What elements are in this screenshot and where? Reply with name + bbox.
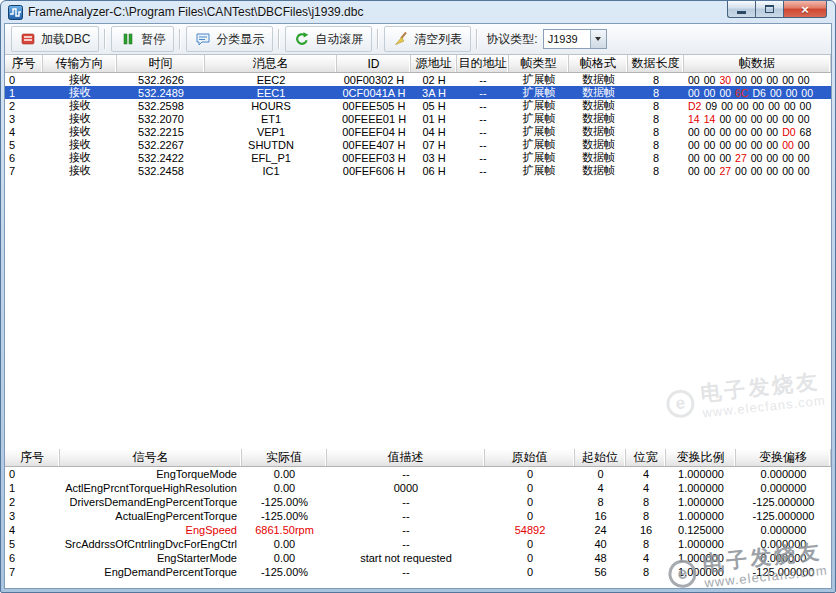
signal-cell-no: 7 <box>5 565 60 579</box>
signal-cell-actual: 0.00 <box>242 467 327 481</box>
signal-cell-name: EngStarterMode <box>60 551 242 565</box>
frame-cell-frame_type: 扩展帧 <box>509 99 569 112</box>
signal-cell-no: 2 <box>5 495 60 509</box>
classified-display-label: 分类显示 <box>216 31 264 48</box>
clear-list-label: 清空列表 <box>414 31 462 48</box>
frame-cell-source: 01 H <box>411 112 457 125</box>
frame-col-header[interactable]: ID <box>337 55 411 72</box>
list-area: 序号传输方向时间消息名ID源地址目的地址帧类型帧格式数据长度帧数据 0接收532… <box>5 55 831 588</box>
signal-cell-start_bit: 40 <box>575 537 626 551</box>
auto-scroll-icon <box>294 31 310 47</box>
frame-cell-id: 00FEE505 H <box>337 99 411 112</box>
frame-cell-length: 8 <box>628 86 684 99</box>
frame-cell-time: 532.2458 <box>117 164 205 177</box>
frame-cell-direction: 接收 <box>43 73 117 86</box>
signal-row[interactable]: 6EngStarterMode0.00start not requested04… <box>5 551 831 565</box>
title-bar: FrameAnalyzer-C:\Program Files\CANTest\D… <box>1 1 835 23</box>
frame-cell-time: 532.2422 <box>117 151 205 164</box>
frame-cell-length: 8 <box>628 73 684 86</box>
frame-col-header[interactable]: 目的地址 <box>457 55 509 72</box>
frame-row[interactable]: 1接收532.2489EEC10CF0041A H3A H--扩展帧数据帧800… <box>5 86 831 99</box>
minimize-button[interactable] <box>727 1 755 18</box>
frame-cell-direction: 接收 <box>43 86 117 99</box>
frame-col-header[interactable]: 消息名 <box>205 55 337 72</box>
frame-col-header[interactable]: 源地址 <box>411 55 457 72</box>
classified-display-button[interactable]: 分类显示 <box>186 26 273 52</box>
signal-col-header[interactable]: 变换比例 <box>666 449 736 466</box>
frame-data-bytes: 1414000000000000 <box>684 112 831 125</box>
frame-cell-no: 1 <box>5 86 43 99</box>
signal-cell-start_bit: 4 <box>575 481 626 495</box>
signal-cell-desc: -- <box>327 495 485 509</box>
signal-col-header[interactable]: 信号名 <box>60 449 242 466</box>
frame-col-header[interactable]: 传输方向 <box>43 55 117 72</box>
frame-col-header[interactable]: 帧格式 <box>569 55 628 72</box>
clear-list-button[interactable]: 清空列表 <box>384 26 471 52</box>
signal-row[interactable]: 4EngSpeed6861.50rpm--5489224160.1250000.… <box>5 523 831 537</box>
window-controls: × <box>727 1 827 18</box>
frame-table-header: 序号传输方向时间消息名ID源地址目的地址帧类型帧格式数据长度帧数据 <box>5 55 831 73</box>
signal-cell-actual: 0.00 <box>242 537 327 551</box>
signal-col-header[interactable]: 位宽 <box>626 449 666 466</box>
signal-col-header[interactable]: 值描述 <box>327 449 485 466</box>
frame-row[interactable]: 2接收532.2598HOURS00FEE505 H05 H--扩展帧数据帧8D… <box>5 99 831 112</box>
frame-row[interactable]: 5接收532.2267SHUTDN00FEE407 H07 H--扩展帧数据帧8… <box>5 138 831 151</box>
frame-cell-frame_type: 扩展帧 <box>509 138 569 151</box>
frame-col-header[interactable]: 时间 <box>117 55 205 72</box>
frame-cell-frame_format: 数据帧 <box>569 138 628 151</box>
signal-cell-bit_width: 8 <box>626 537 666 551</box>
close-button[interactable]: × <box>783 1 827 18</box>
signal-col-header[interactable]: 原始值 <box>485 449 575 466</box>
signal-row[interactable]: 2DriversDemandEngPercentTorque-125.00%--… <box>5 495 831 509</box>
frame-col-header[interactable]: 序号 <box>5 55 43 72</box>
signal-col-header[interactable]: 起始位 <box>575 449 626 466</box>
frame-cell-id: 00FEEE01 H <box>337 112 411 125</box>
signal-cell-no: 6 <box>5 551 60 565</box>
frame-row[interactable]: 6接收532.2422EFL_P100FEEF03 H03 H--扩展帧数据帧8… <box>5 151 831 164</box>
frame-cell-direction: 接收 <box>43 99 117 112</box>
load-dbc-button[interactable]: 加载DBC <box>11 26 99 52</box>
pause-label: 暂停 <box>141 31 165 48</box>
signal-col-header[interactable]: 序号 <box>5 449 60 466</box>
pause-button[interactable]: 暂停 <box>111 26 174 52</box>
signal-row[interactable]: 3ActualEngPercentTorque-125.00%--01681.0… <box>5 509 831 523</box>
signal-col-header[interactable]: 实际值 <box>242 449 327 466</box>
minimize-icon <box>737 11 746 14</box>
frame-row[interactable]: 0接收532.2626EEC200F00302 H02 H--扩展帧数据帧800… <box>5 73 831 86</box>
frame-cell-frame_format: 数据帧 <box>569 151 628 164</box>
frame-col-header[interactable]: 帧数据 <box>684 55 831 72</box>
signal-table-body: 0EngTorqueMode0.00--0041.0000000.0000001… <box>5 467 831 579</box>
signal-col-header[interactable]: 变换偏移 <box>736 449 831 466</box>
auto-scroll-button[interactable]: 自动滚屏 <box>285 26 372 52</box>
maximize-button[interactable] <box>755 1 783 18</box>
signal-cell-no: 4 <box>5 523 60 537</box>
frame-data-bytes: 0000000000000000 <box>684 138 831 151</box>
chevron-down-icon[interactable] <box>590 30 606 48</box>
frame-row[interactable]: 4接收532.2215VEP100FEEF04 H04 H--扩展帧数据帧800… <box>5 125 831 138</box>
frame-cell-no: 7 <box>5 164 43 177</box>
frame-cell-direction: 接收 <box>43 164 117 177</box>
frame-cell-direction: 接收 <box>43 112 117 125</box>
frame-row[interactable]: 7接收532.2458IC100FEF606 H06 H--扩展帧数据帧8000… <box>5 164 831 177</box>
signal-row[interactable]: 5SrcAddrssOfCntrlingDvcForEngCtrl0.00--0… <box>5 537 831 551</box>
close-icon: × <box>801 2 809 17</box>
signal-cell-offset: 0.000000 <box>736 537 831 551</box>
frame-cell-time: 532.2489 <box>117 86 205 99</box>
signal-cell-raw: 0 <box>485 509 575 523</box>
frame-row[interactable]: 3接收532.2070ET100FEEE01 H01 H--扩展帧数据帧8141… <box>5 112 831 125</box>
signal-row[interactable]: 7EngDemandPercentTorque-125.00%--05681.0… <box>5 565 831 579</box>
signal-cell-actual: -125.00% <box>242 565 327 579</box>
protocol-type-select[interactable]: J1939 <box>543 29 607 49</box>
signal-cell-name: SrcAddrssOfCntrlingDvcForEngCtrl <box>60 537 242 551</box>
pause-icon <box>120 31 136 47</box>
frame-cell-length: 8 <box>628 164 684 177</box>
frame-cell-id: 00FEEF03 H <box>337 151 411 164</box>
frame-col-header[interactable]: 帧类型 <box>509 55 569 72</box>
signal-row[interactable]: 1ActlEngPrcntTorqueHighResolution0.00000… <box>5 481 831 495</box>
signal-cell-bit_width: 4 <box>626 551 666 565</box>
frame-col-header[interactable]: 数据长度 <box>628 55 684 72</box>
frame-cell-time: 532.2598 <box>117 99 205 112</box>
signal-row[interactable]: 0EngTorqueMode0.00--0041.0000000.000000 <box>5 467 831 481</box>
signal-cell-offset: 0.000000 <box>736 523 831 537</box>
frame-cell-source: 06 H <box>411 164 457 177</box>
